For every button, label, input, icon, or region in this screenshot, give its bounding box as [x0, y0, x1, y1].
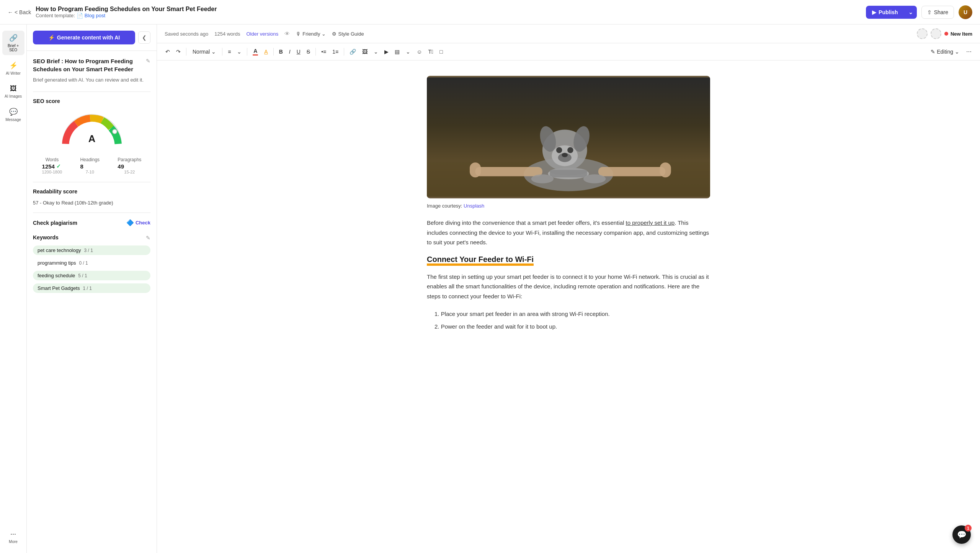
sidebar-item-ai-writer[interactable]: ⚡ AI Writer [2, 58, 24, 79]
paragraph-style-dropdown[interactable]: Normal ⌄ [189, 47, 219, 56]
svg-point-19 [531, 174, 554, 183]
page-title: How to Program Feeding Schedules on Your… [36, 6, 217, 13]
ai-images-label: AI Images [5, 94, 22, 98]
underline-button[interactable]: U [294, 47, 303, 56]
publish-button[interactable]: ▶ Publish ⌄ [866, 6, 917, 19]
older-versions-button[interactable]: Older versions [246, 31, 278, 37]
style-guide-label: Style Guide [338, 31, 364, 37]
text-color-button[interactable]: A [250, 46, 260, 57]
redo-button[interactable]: ↷ [174, 47, 183, 56]
editor-paragraph-1[interactable]: Before diving into the convenience that … [427, 218, 710, 247]
keyword-chip-2: feeding schedule 5 / 1 [33, 271, 150, 280]
table-chevron-button[interactable]: ⌄ [403, 47, 413, 56]
back-button[interactable]: ← < Back [8, 9, 31, 15]
emoji-button[interactable]: ☺ [414, 47, 424, 56]
editing-mode-button[interactable]: ✎ Editing ⌄ [928, 47, 962, 56]
keyword-text-0: pet care technology [38, 247, 81, 253]
strikethrough-button[interactable]: S [304, 47, 312, 56]
generate-ai-button[interactable]: ⚡ Generate content with AI [33, 31, 135, 44]
tone-selector[interactable]: 🎙 Friendly ⌄ [296, 31, 326, 37]
left-panel: ⚡ Generate content with AI ❮ SEO Brief :… [27, 25, 157, 553]
plagiarism-title: Check plagiarism [33, 220, 77, 226]
stat-headings: Headings 8 7-10 [80, 157, 100, 174]
align-button[interactable]: ≡ [225, 47, 233, 56]
keywords-edit-icon[interactable]: ✎ [146, 235, 150, 241]
table-button[interactable]: ▤ [392, 47, 402, 56]
collab-avatar-1 [917, 28, 928, 39]
toolbar-divider-2 [222, 48, 222, 56]
image-chevron-button[interactable]: ⌄ [371, 47, 381, 56]
collapse-panel-button[interactable]: ❮ [138, 31, 150, 44]
text-color-indicator: A [253, 48, 258, 56]
share-button[interactable]: ⇧ Share [921, 6, 954, 19]
list-item-1: 2. Power on the feeder and wait for it t… [434, 321, 710, 332]
new-item-button[interactable]: New Item [944, 31, 972, 37]
sidebar-item-ai-images[interactable]: 🖼 AI Images [2, 82, 24, 101]
editor-content[interactable]: Image courtesy: Unsplash Before diving i… [396, 61, 741, 553]
italic-button[interactable]: I [287, 47, 293, 56]
collab-avatar-2 [931, 28, 941, 39]
editing-pencil-icon: ✎ [931, 49, 935, 55]
svg-rect-12 [475, 167, 542, 176]
toolbar-divider-4 [273, 48, 274, 56]
chat-bubble-button[interactable]: 💬 1 [952, 525, 971, 544]
gauge-grade-text: A [88, 133, 95, 144]
formatting-toolbar: ↶ ↷ Normal ⌄ ≡ ⌄ A A B I U [157, 43, 980, 61]
style-guide-button[interactable]: ⚙ Style Guide [332, 31, 364, 37]
saved-status: Saved seconds ago [165, 31, 208, 37]
bold-button[interactable]: B [277, 47, 285, 56]
link-button[interactable]: 🔗 [347, 47, 358, 56]
preview-eye-icon[interactable]: 👁 [284, 31, 290, 37]
user-avatar[interactable]: U [959, 5, 972, 19]
seo-gauge: A [33, 109, 150, 151]
sidebar-item-more[interactable]: ··· More [2, 527, 24, 547]
svg-point-20 [583, 174, 606, 183]
keywords-header: Keywords ✎ [33, 234, 150, 241]
editor-list: 1. Place your smart pet feeder in an are… [427, 309, 710, 332]
sidebar-item-message[interactable]: 💬 Message [2, 105, 24, 125]
editor-toolbar-top: Saved seconds ago 1254 words Older versi… [157, 25, 980, 43]
keyword-chips: pet care technology 3 / 1 programming ti… [33, 245, 150, 293]
more-options-button[interactable]: ⋯ [964, 47, 974, 56]
brief-edit-icon[interactable]: ✎ [146, 58, 150, 64]
unsplash-link[interactable]: Unsplash [464, 203, 484, 209]
top-bar-right: ▶ Publish ⌄ ⇧ Share U [866, 5, 972, 19]
check-plagiarism-button[interactable]: 🔷 Check [126, 219, 150, 226]
ai-writer-label: AI Writer [6, 71, 21, 75]
stat-paragraphs-range: 15-22 [118, 170, 141, 174]
publish-dropdown-arrow[interactable]: ⌄ [905, 6, 917, 19]
editor-paragraph-2[interactable]: The first step in setting up your smart … [427, 272, 710, 301]
blog-post-badge[interactable]: 📄 Blog post [77, 13, 105, 19]
tone-label: Friendly [302, 31, 320, 37]
editing-chevron: ⌄ [955, 49, 959, 55]
share-icon: ⇧ [927, 9, 932, 15]
svg-rect-14 [598, 167, 665, 176]
new-item-dot [944, 32, 948, 36]
image-button[interactable]: 🖼 [360, 47, 370, 56]
lightning-icon: ⚡ [48, 34, 55, 41]
brief-seo-label: Brief + SEO [5, 44, 22, 52]
toolbar-divider-1 [186, 48, 186, 56]
clear-format-button[interactable]: T⃤ [426, 47, 436, 56]
blog-post-label: Blog post [85, 13, 105, 18]
text-color-bar [253, 54, 258, 56]
stat-words-value: 1254 ✓ [42, 163, 62, 170]
more-formats-button[interactable]: □ [437, 47, 445, 56]
numbered-list-button[interactable]: 1≡ [330, 47, 341, 56]
stat-words-label: Words [42, 157, 62, 162]
plagiarism-row: Check plagiarism 🔷 Check [33, 219, 150, 226]
generate-label: Generate content with AI [57, 34, 120, 41]
svg-point-11 [562, 153, 568, 157]
highlight-icon: A [264, 49, 268, 55]
highlight-button[interactable]: A [262, 47, 270, 56]
editor-heading-1: Connect Your Feeder to Wi-Fi [427, 255, 534, 266]
chat-bubble-icon: 💬 [957, 530, 967, 539]
align-chevron-button[interactable]: ⌄ [235, 47, 244, 56]
dog-image-svg [427, 76, 710, 198]
toolbar-divider-5 [315, 48, 316, 56]
sidebar-item-brief-seo[interactable]: 🔗 Brief + SEO [2, 31, 24, 55]
new-item-label: New Item [951, 31, 972, 37]
play-button[interactable]: ▶ [382, 47, 391, 56]
undo-button[interactable]: ↶ [163, 47, 172, 56]
bullet-list-button[interactable]: •≡ [319, 47, 328, 56]
